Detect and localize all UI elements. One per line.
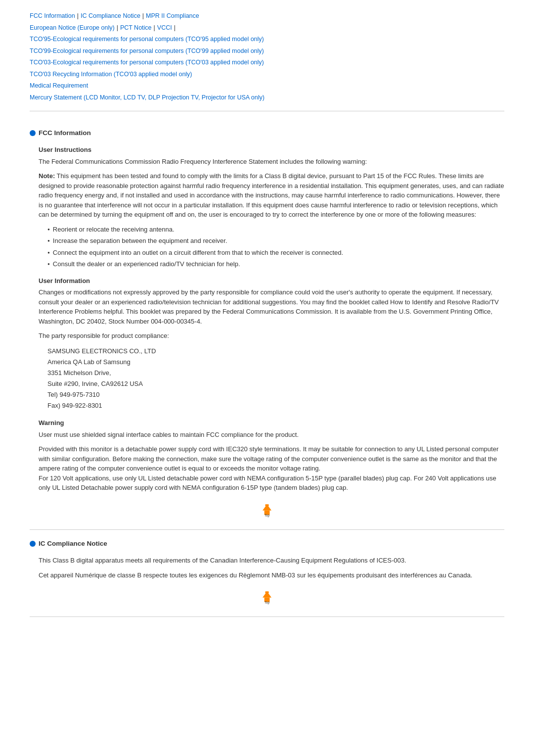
tco03-recycling-nav-link[interactable]: TCO'03 Recycling Information (TCO'03 app…	[30, 71, 192, 78]
top-arrow-icon: Top	[258, 501, 276, 519]
european-nav-link[interactable]: European Notice (Europe only)	[30, 24, 115, 31]
user-instructions-intro: The Federal Communications Commission Ra…	[39, 157, 504, 167]
fcc-bullets-list: Reorient or relocate the receiving anten…	[47, 225, 504, 269]
ic-top-button-container: Top	[30, 588, 504, 606]
note-bold: Note:	[39, 172, 55, 180]
navigation-links: FCC Information|IC Compliance Notice|MPR…	[30, 10, 504, 103]
ic-section: IC Compliance Notice This Class B digita…	[30, 530, 504, 617]
user-information-heading: User Information	[39, 276, 504, 286]
fcc-bullet-4: Consult the dealer or an experienced rad…	[47, 259, 504, 269]
mercury-nav-link[interactable]: Mercury Statement (LCD Monitor, LCD TV, …	[30, 94, 265, 101]
warning-subsection: Warning User must use shielded signal in…	[39, 418, 504, 493]
ic-top-arrow-icon: Top	[258, 588, 276, 606]
fcc-bullet-3: Connect the equipment into an outlet on …	[47, 248, 504, 258]
svg-text:Top: Top	[265, 514, 270, 518]
warning-heading: Warning	[39, 418, 504, 428]
ic-para2: Cet appareil Numérique de classe B respe…	[39, 570, 504, 580]
warning-para1: User must use shielded signal interface …	[39, 430, 504, 440]
user-instructions-note: Note: This equipment has been tested and…	[39, 171, 504, 220]
user-information-subsection: User Information Changes or modification…	[39, 276, 504, 412]
mpr-nav-link[interactable]: MPR II Compliance	[146, 12, 199, 19]
fcc-section-title: FCC Information	[30, 128, 504, 138]
ic-compliance-nav-link[interactable]: IC Compliance Notice	[81, 12, 140, 19]
ic-bullet-icon	[30, 541, 36, 547]
user-information-para2: The party responsible for product compli…	[39, 331, 504, 341]
note-text: This equipment has been tested and found…	[39, 172, 504, 218]
medical-nav-link[interactable]: Medical Requirement	[30, 82, 88, 89]
tco95-nav-link[interactable]: TCO'95-Ecological requirements for perso…	[30, 36, 264, 43]
top-divider	[30, 111, 504, 111]
tco99-nav-link[interactable]: TCO'99-Ecological requirements for perso…	[30, 47, 264, 54]
fcc-title-text: FCC Information	[39, 128, 91, 138]
fcc-bullet-icon	[30, 130, 36, 136]
ic-content: This Class B digital apparatus meets all…	[39, 556, 504, 580]
ic-title-text: IC Compliance Notice	[39, 539, 107, 549]
user-instructions-subsection: User Instructions The Federal Communicat…	[39, 145, 504, 269]
samsung-address: SAMSUNG ELECTRONICS CO., LTD America QA …	[47, 346, 495, 412]
user-information-para1: Changes or modifications not expressly a…	[39, 287, 504, 326]
fcc-bullet-2: Increase the separation between the equi…	[47, 236, 504, 246]
fcc-section: FCC Information User Instructions The Fe…	[30, 119, 504, 530]
fcc-info-nav-link[interactable]: FCC Information	[30, 12, 75, 19]
fcc-top-button-container: Top	[30, 501, 504, 519]
vcci-nav-link[interactable]: VCCI	[157, 24, 172, 31]
ic-top-button[interactable]: Top	[258, 588, 276, 606]
fcc-bullet-1: Reorient or relocate the receiving anten…	[47, 225, 504, 235]
svg-text:Top: Top	[265, 601, 270, 605]
tco03-nav-link[interactable]: TCO'03-Ecological requirements for perso…	[30, 59, 264, 66]
ic-para1: This Class B digital apparatus meets all…	[39, 556, 504, 566]
fcc-top-button[interactable]: Top	[258, 501, 276, 519]
ic-section-title: IC Compliance Notice	[30, 539, 504, 549]
svg-rect-2	[265, 504, 268, 506]
pct-nav-link[interactable]: PCT Notice	[120, 24, 152, 31]
warning-para2: Provided with this monitor is a detachab…	[39, 444, 504, 493]
svg-rect-6	[265, 591, 268, 593]
user-instructions-heading: User Instructions	[39, 145, 504, 155]
